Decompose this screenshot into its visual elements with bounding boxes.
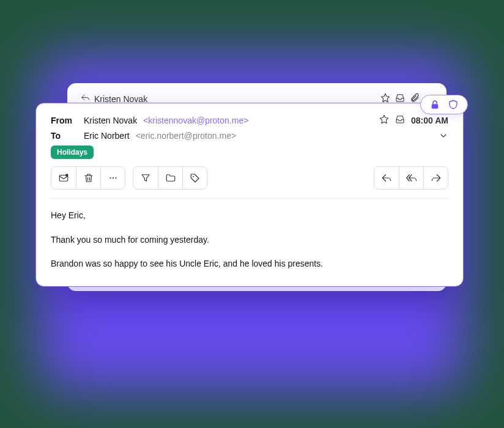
forward-button[interactable] xyxy=(423,167,448,189)
label-tag[interactable]: Holidays xyxy=(51,146,94,159)
body-paragraph: Hey Eric, xyxy=(51,210,448,222)
from-name: Kristen Novak xyxy=(84,116,137,125)
inbox-icon[interactable] xyxy=(395,114,405,126)
star-icon[interactable] xyxy=(379,114,389,126)
svg-point-3 xyxy=(109,177,111,179)
to-address[interactable]: <eric.norbert@proton.me> xyxy=(136,131,236,141)
move-to-folder-button[interactable] xyxy=(158,167,182,189)
from-row: From Kristen Novak <kristennovak@proton.… xyxy=(51,114,448,126)
filter-button[interactable] xyxy=(133,167,158,189)
reply-button[interactable] xyxy=(374,167,399,189)
delete-button[interactable] xyxy=(76,167,100,189)
email-body: Hey Eric, Thank you so much for coming y… xyxy=(51,210,448,270)
to-row: To Eric Norbert <eric.norbert@proton.me> xyxy=(51,131,448,141)
from-address[interactable]: <kristennovak@proton.me> xyxy=(143,116,248,125)
email-detail-card: From Kristen Novak <kristennovak@proton.… xyxy=(35,103,464,287)
email-time: 08:00 AM xyxy=(411,116,448,125)
mark-unread-button[interactable] xyxy=(51,167,76,189)
shield-icon xyxy=(448,99,459,110)
svg-point-6 xyxy=(193,176,194,177)
label-button[interactable] xyxy=(182,167,207,189)
email-toolbar xyxy=(51,166,448,190)
to-label: To xyxy=(51,131,78,141)
svg-point-4 xyxy=(112,177,113,179)
security-badge[interactable] xyxy=(420,95,468,114)
svg-point-5 xyxy=(115,177,116,179)
body-paragraph: Brandon was so happy to see his Uncle Er… xyxy=(51,258,448,270)
body-paragraph: Thank you so much for coming yesterday. xyxy=(51,234,448,246)
from-label: From xyxy=(51,116,78,125)
svg-rect-0 xyxy=(432,104,439,109)
divider xyxy=(51,198,448,199)
more-button[interactable] xyxy=(100,167,125,189)
reply-all-button[interactable] xyxy=(399,167,423,189)
to-name: Eric Norbert xyxy=(84,131,130,141)
expand-recipients-button[interactable] xyxy=(439,131,448,141)
lock-icon xyxy=(429,99,440,110)
svg-point-2 xyxy=(65,174,69,177)
